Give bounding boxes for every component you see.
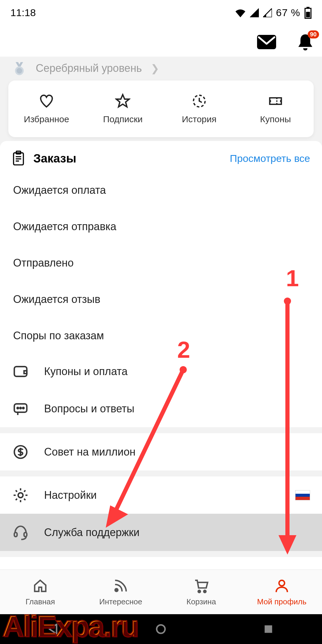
order-status-awaiting-shipping[interactable]: Ожидается отправка bbox=[13, 220, 310, 233]
history-label: История bbox=[182, 114, 216, 124]
ticket-icon bbox=[268, 93, 283, 109]
history-button[interactable]: История bbox=[161, 80, 237, 137]
svg-point-18 bbox=[115, 589, 118, 591]
chat-icon bbox=[12, 400, 29, 417]
nav-back-button[interactable] bbox=[46, 622, 61, 636]
mail-icon bbox=[257, 35, 276, 49]
svg-point-22 bbox=[157, 625, 165, 633]
clipboard-icon bbox=[12, 151, 25, 166]
status-time: 11:18 bbox=[10, 7, 36, 18]
wallet-icon bbox=[12, 363, 29, 380]
subscriptions-label: Подписки bbox=[103, 114, 143, 124]
menu-label: Служба поддержки bbox=[44, 526, 139, 539]
tab-feed[interactable]: Интересное bbox=[80, 570, 161, 614]
star-icon bbox=[115, 93, 130, 109]
menu-label: Купоны и оплата bbox=[44, 365, 127, 378]
menu-label: Совет на миллион bbox=[44, 446, 136, 458]
svg-rect-2 bbox=[306, 12, 310, 17]
order-status-awaiting-review[interactable]: Ожидается отзыв bbox=[13, 293, 310, 306]
menu-support[interactable]: Служба поддержки bbox=[0, 514, 322, 551]
order-status-disputes[interactable]: Споры по заказам bbox=[13, 329, 310, 342]
svg-rect-16 bbox=[14, 532, 17, 537]
coupons-button[interactable]: Купоны bbox=[237, 80, 314, 137]
order-status-awaiting-payment[interactable]: Ожидается оплата bbox=[13, 184, 310, 196]
menu-qa[interactable]: Вопросы и ответы bbox=[0, 390, 322, 427]
order-status-list: Ожидается оплата Ожидается отправка Отпр… bbox=[12, 166, 310, 342]
gear-icon bbox=[12, 487, 29, 504]
menu-settings[interactable]: Настройки bbox=[0, 476, 322, 514]
tab-bar: Главная Интересное Корзина Мой профиль bbox=[0, 569, 322, 614]
order-status-shipped[interactable]: Отправлено bbox=[13, 257, 310, 269]
tab-cart[interactable]: Корзина bbox=[161, 570, 242, 614]
separator bbox=[0, 470, 322, 476]
circle-home-icon bbox=[155, 623, 167, 635]
tab-home[interactable]: Главная bbox=[0, 570, 80, 614]
battery-icon bbox=[304, 7, 312, 19]
svg-point-21 bbox=[279, 580, 285, 586]
heart-icon bbox=[39, 93, 54, 109]
messages-button[interactable] bbox=[257, 35, 276, 50]
subscriptions-button[interactable]: Подписки bbox=[85, 80, 161, 137]
tab-profile[interactable]: Мой профиль bbox=[242, 570, 322, 614]
signal-icon bbox=[250, 8, 259, 17]
svg-point-13 bbox=[23, 407, 24, 409]
tab-label: Мой профиль bbox=[257, 597, 307, 606]
headset-icon bbox=[12, 524, 29, 541]
quick-links-card: Избранное Подписки История Купоны bbox=[8, 80, 314, 137]
menu-label: Вопросы и ответы bbox=[44, 402, 134, 415]
menu-label: Настройки bbox=[44, 489, 97, 501]
home-icon bbox=[32, 578, 49, 594]
svg-point-12 bbox=[20, 407, 21, 409]
status-right: 67 % bbox=[235, 7, 312, 19]
menu-coupons-payment[interactable]: Купоны и оплата bbox=[0, 353, 322, 390]
svg-point-11 bbox=[17, 407, 18, 409]
nav-home-button[interactable] bbox=[154, 622, 168, 636]
chevron-right-icon: ❯ bbox=[151, 62, 159, 74]
svg-rect-17 bbox=[24, 532, 27, 537]
menu-area: Купоны и оплата Вопросы и ответы Совет н… bbox=[0, 347, 322, 557]
separator bbox=[0, 551, 322, 557]
coupons-label: Купоны bbox=[260, 114, 291, 124]
notifications-button[interactable]: 90 bbox=[297, 33, 314, 52]
flag-ru-icon bbox=[295, 490, 310, 500]
notification-badge: 90 bbox=[308, 30, 319, 38]
svg-point-19 bbox=[198, 590, 200, 592]
favorites-button[interactable]: Избранное bbox=[8, 80, 85, 137]
member-level-button[interactable]: Серебряный уровень ❯ bbox=[0, 58, 322, 79]
medal-icon bbox=[12, 61, 27, 76]
orders-section: Заказы Просмотреть все Ожидается оплата … bbox=[0, 141, 322, 354]
cart-icon bbox=[193, 578, 210, 594]
square-recent-icon bbox=[263, 624, 274, 634]
signal-icon-2 bbox=[263, 8, 272, 17]
member-level-label: Серебряный уровень bbox=[36, 62, 142, 75]
favorites-label: Избранное bbox=[24, 114, 69, 124]
dollar-icon bbox=[12, 444, 29, 460]
svg-point-20 bbox=[204, 590, 206, 592]
menu-tip[interactable]: Совет на миллион bbox=[0, 433, 322, 470]
header-icons: 90 bbox=[257, 28, 314, 57]
feed-icon bbox=[112, 578, 129, 594]
svg-point-5 bbox=[17, 68, 22, 74]
android-nav-bar bbox=[0, 614, 322, 644]
separator bbox=[0, 427, 322, 433]
history-icon bbox=[192, 93, 207, 109]
status-bar: 11:18 67 % bbox=[0, 0, 322, 25]
svg-rect-23 bbox=[265, 625, 272, 633]
battery-text: 67 % bbox=[276, 7, 301, 18]
triangle-back-icon bbox=[48, 623, 60, 635]
orders-title: Заказы bbox=[33, 152, 222, 165]
svg-point-15 bbox=[18, 493, 23, 497]
tab-label: Корзина bbox=[186, 597, 216, 606]
tab-label: Главная bbox=[26, 597, 55, 606]
profile-icon bbox=[273, 578, 290, 594]
nav-recent-button[interactable] bbox=[261, 622, 276, 636]
tab-label: Интересное bbox=[99, 597, 142, 606]
wifi-icon bbox=[235, 8, 246, 17]
view-all-orders-button[interactable]: Просмотреть все bbox=[230, 153, 310, 164]
